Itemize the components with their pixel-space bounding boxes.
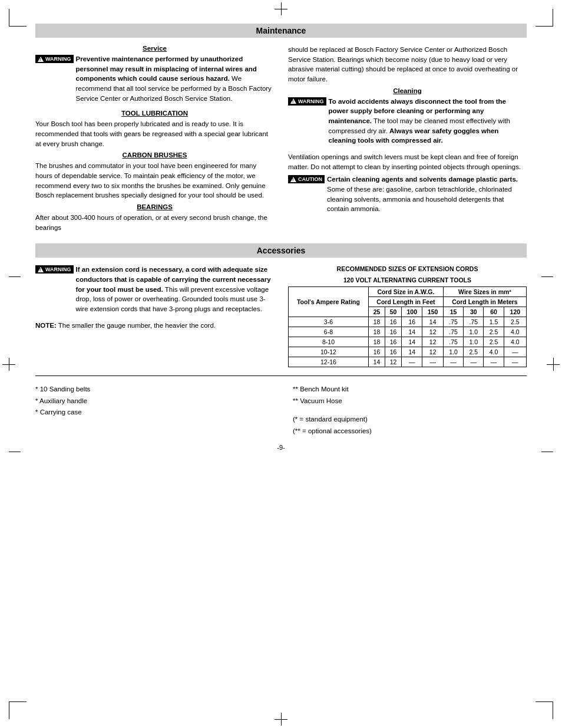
divider (35, 375, 527, 376)
page: Maintenance Service ! WARNING Preventive… (0, 0, 562, 728)
row-m120: 4.0 (504, 327, 526, 337)
corner-mark-bl (9, 701, 27, 719)
row-range: 3-6 (289, 317, 369, 327)
row-v50: 16 (385, 337, 402, 347)
row-v150: 12 (422, 337, 443, 347)
col-60: 60 (484, 307, 504, 317)
caution-text-bold: Certain cleaning agents and solvents dam… (327, 176, 518, 183)
warning-label: WARNING (45, 56, 71, 62)
acc-warning-label: WARNING (45, 266, 71, 272)
acc-footnote1: (* = standard equipment) (293, 414, 527, 424)
row-m60: — (484, 357, 504, 367)
row-m60: 4.0 (484, 347, 504, 357)
acc-warning-text: If an extension cord is necessary, a cor… (76, 265, 275, 314)
acc-item-sanding-belts: * 10 Sanding belts (35, 384, 269, 394)
caution-text: Certain cleaning agents and solvents dam… (327, 174, 527, 214)
row-v100: 14 (402, 337, 422, 347)
cleaning-warning-text: To avoid accidents always disconnect the… (329, 97, 527, 146)
acc-warning-triangle-icon: ! (38, 267, 44, 272)
acc-list-left: * 10 Sanding belts * Auxiliary handle * … (35, 384, 269, 438)
cleaning-warning-label: WARNING (298, 98, 324, 104)
row-m120: — (504, 347, 526, 357)
corner-mark-tl (9, 9, 27, 27)
row-m30: 1.0 (464, 337, 484, 347)
corner-mark-tr (535, 9, 553, 27)
row-m60: 1.5 (484, 317, 504, 327)
row-m15: 1.0 (443, 347, 463, 357)
row-v50: 16 (385, 347, 402, 357)
maintenance-columns: Service ! WARNING Preventive maintenance… (35, 45, 527, 235)
caution-badge: ! CAUTION (288, 175, 325, 183)
row-v50: 16 (385, 317, 402, 327)
cleaning-title: Cleaning (288, 87, 527, 94)
carbon-brushes-text: The brushes and commutator in your tool … (35, 161, 274, 200)
acc-item-bench-mount: ** Bench Mount kit (293, 384, 527, 394)
tick-left2 (9, 452, 21, 452)
acc-note-label: NOTE: (35, 322, 57, 329)
maintenance-right-col: should be replaced at Bosch Factory Serv… (288, 45, 527, 235)
row-m120: — (504, 357, 526, 367)
service-warning-text: Preventive maintenance performed by unau… (76, 54, 275, 103)
row-range: 8-10 (289, 337, 369, 347)
col-100: 100 (402, 307, 422, 317)
row-v100: 14 (402, 347, 422, 357)
caution-box: ! CAUTION Certain cleaning agents and so… (288, 174, 527, 217)
accessories-header: Accessories (35, 243, 527, 258)
row-v150: 14 (422, 317, 443, 327)
accessories-right-col: RECOMMENDED SIZES OF EXTENSION CORDS 120… (288, 265, 527, 367)
row-v25: 16 (368, 347, 385, 357)
row-v25: 18 (368, 317, 385, 327)
tick-right (541, 276, 553, 277)
col-30: 30 (464, 307, 484, 317)
row-v150: — (422, 357, 443, 367)
row-m120: 2.5 (504, 317, 526, 327)
row-m15: — (443, 357, 463, 367)
row-v50: 12 (385, 357, 402, 367)
col-50: 50 (385, 307, 402, 317)
table-row: 12-16 14 12 — — — — — — (289, 357, 527, 367)
service-title: Service (35, 45, 274, 52)
maintenance-left-col: Service ! WARNING Preventive maintenance… (35, 45, 274, 235)
cleaning-warning-box: ! WARNING To avoid accidents always disc… (288, 97, 527, 149)
caution-text-normal: Some of these are: gasoline, carbon tetr… (327, 186, 512, 212)
table-header-wire-sizes: Wire Sizes in mm² (443, 286, 526, 297)
acc-footnote2: (** = optional accessories) (293, 426, 527, 436)
row-v100: 14 (402, 327, 422, 337)
row-v100: — (402, 357, 422, 367)
extension-cord-table: Tool's Ampere Rating Cord Size in A.W.G.… (288, 286, 527, 367)
row-v150: 12 (422, 347, 443, 357)
table-subheader-meters: Cord Length in Meters (443, 297, 526, 307)
carbon-brushes-title: CARBON BRUSHES (35, 151, 274, 159)
acc-warning-box: ! WARNING If an extension cord is necess… (35, 265, 274, 317)
acc-item-carrying-case: * Carrying case (35, 407, 269, 417)
acc-item-auxiliary-handle: * Auxiliary handle (35, 396, 269, 406)
acc-item-vacuum-hose: ** Vacuum Hose (293, 396, 527, 406)
row-m15: .75 (443, 327, 463, 337)
col-120: 120 (504, 307, 526, 317)
acc-list-right: ** Bench Mount kit ** Vacuum Hose (* = s… (293, 384, 527, 438)
row-m30: 1.0 (464, 327, 484, 337)
cleaning-warning-badge: ! WARNING (288, 97, 326, 106)
accessories-columns: ! WARNING If an extension cord is necess… (35, 265, 527, 367)
bearings-continued: should be replaced at Bosch Factory Serv… (288, 45, 527, 84)
col-25: 25 (368, 307, 385, 317)
table-row: 8-10 18 16 14 12 .75 1.0 2.5 4.0 (289, 337, 527, 347)
bearings-title: BEARINGS (35, 203, 274, 210)
col-15: 15 (443, 307, 463, 317)
caution-triangle-icon: ! (290, 177, 296, 182)
row-m60: 2.5 (484, 327, 504, 337)
acc-note: NOTE: The smaller the gauge number, the … (35, 321, 274, 331)
row-v100: 16 (402, 317, 422, 327)
corner-mark-br (535, 701, 553, 719)
table-row: 6-8 18 16 14 12 .75 1.0 2.5 4.0 (289, 327, 527, 337)
row-m60: 2.5 (484, 337, 504, 347)
table-title-line2: 120 VOLT ALTERNATING CURRENT TOOLS (288, 276, 527, 285)
acc-note-text: The smaller the gauge number, the heavie… (57, 322, 216, 329)
table-subheader-feet: Cord Length in Feet (368, 297, 443, 307)
cleaning-warning-triangle-icon: ! (290, 98, 296, 104)
accessories-left-col: ! WARNING If an extension cord is necess… (35, 265, 274, 367)
tick-left (9, 276, 21, 277)
row-m15: .75 (443, 317, 463, 327)
row-v25: 14 (368, 357, 385, 367)
table-header-ampere: Tool's Ampere Rating (289, 286, 369, 317)
